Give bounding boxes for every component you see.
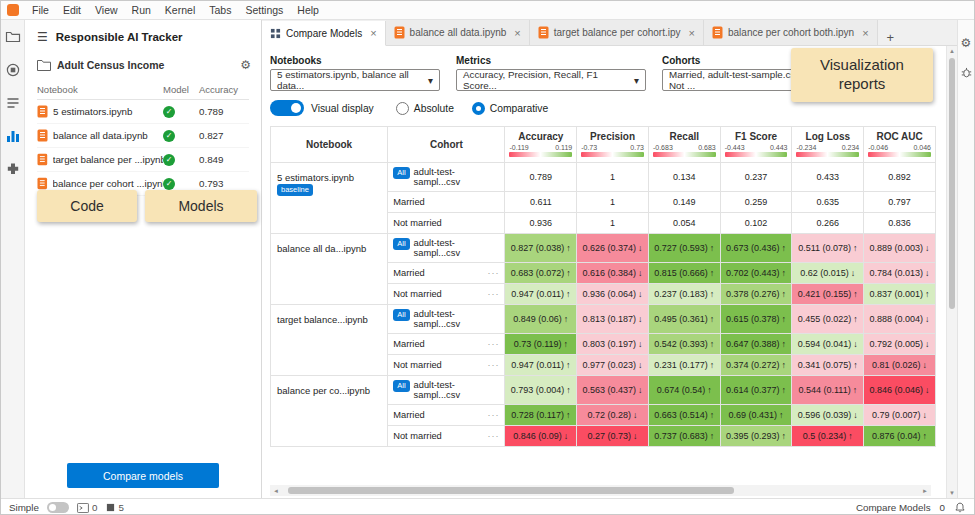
table-row: balance per co...ipynbAlladult-test-samp… [271,376,936,405]
metric-value: 0.936 (0.064) [583,289,637,299]
status-counter[interactable]: 0 [77,502,97,513]
notebook-icon [37,177,48,190]
menu-item-view[interactable]: View [88,4,125,16]
arrow-up-icon: ↑ [710,360,715,370]
compare-models-button[interactable]: Compare models [67,463,219,488]
metric-cell-f1-score: 0.614 (0.377)↑ [720,376,792,405]
legend-max: 0.046 [913,144,931,151]
bell-icon[interactable] [954,501,966,514]
metric-cell-accuracy: 0.849 (0.06)↑ [505,305,577,334]
files-icon[interactable] [4,28,22,46]
metric-cell-recall: 0.231 (0.177)↑ [648,355,720,376]
notebook-row[interactable]: balance all data.ipynb✓0.827 [37,124,249,148]
metric-value: 0.673 (0.436) [726,243,780,253]
visual-display-toggle[interactable] [270,100,304,116]
arrow-down-icon: ↓ [853,339,858,349]
hamburger-icon[interactable]: ☰ [37,30,48,44]
menu-item-file[interactable]: File [25,4,56,16]
cohort-name: adult-test-sampl...csv [414,238,500,258]
notebook-row[interactable]: 5 estimators.ipynb✓0.789 [37,100,249,124]
rai-tracker-icon[interactable] [4,127,22,145]
chevron-down-icon: ▾ [634,75,639,86]
vertical-scrollbar[interactable]: ▲ ▼ [946,46,957,498]
model-success-icon: ✓ [163,154,175,166]
tab-compare-models[interactable]: Compare Models× [262,21,386,46]
arrow-up-icon: ↑ [710,431,715,441]
arrow-down-icon: ↓ [564,431,569,441]
notebook-table-header: NotebookModelAccuracy [37,80,249,100]
cohort-name: Married [393,339,425,349]
metric-cell-recall: 0.663 (0.514)↑ [648,405,720,426]
arrow-down-icon: ↓ [925,314,930,324]
all-cohorts-badge: All [393,380,409,392]
extensions-icon[interactable] [4,160,22,178]
metric-value: 0.72 (0.28) [588,410,632,420]
more-options-icon[interactable]: ··· [487,431,499,441]
scroll-up-icon[interactable]: ▲ [949,46,955,56]
metric-cell-f1-score: 0.702 (0.443)↑ [720,263,792,284]
more-options-icon[interactable]: ··· [487,289,499,299]
column-header-roc-auc: ROC AUC-0.0460.046 [864,127,936,163]
metrics-dropdown[interactable]: Accuracy, Precision, Recall, F1 Score...… [456,69,646,91]
tab-target-balance-per-cohort-ipy[interactable]: target balance per cohort.ipy× [530,20,704,45]
tab-balance-all-data-ipynb[interactable]: balance all data.ipynb× [386,20,530,45]
radio-comparative[interactable]: Comparative [472,102,548,115]
notebook-accuracy: 0.793 [199,178,249,189]
arrow-up-icon: ↑ [566,385,571,395]
tab-label: balance per cohort both.ipyn [728,27,854,38]
more-options-icon[interactable]: ··· [487,360,499,370]
more-options-icon[interactable]: ··· [487,268,499,278]
vertical-scroll-thumb[interactable] [949,58,955,309]
metric-value: 0.27 (0.73) [588,431,632,441]
cohort-cell: Alladult-test-sampl...csv [388,305,505,334]
more-options-icon[interactable]: ··· [487,339,499,349]
baseline-badge: baseline [277,184,313,196]
metric-cell-accuracy: 0.793 (0.004)↑ [505,376,577,405]
project-settings-icon[interactable]: ⚙ [240,58,251,72]
running-sessions-icon[interactable] [4,61,22,79]
notebook-name: 5 estimators.ipynb [53,106,133,117]
project-row[interactable]: Adult Census Income ⚙ [25,50,261,76]
status-counter[interactable]: 5 [106,502,123,513]
table-of-contents-icon[interactable] [4,94,22,112]
notebook-row[interactable]: target balance per ...ipynb✓0.849 [37,148,249,172]
menu-item-settings[interactable]: Settings [238,4,290,16]
horizontal-scroll-thumb[interactable] [288,487,734,494]
horizontal-scrollbar[interactable]: ◄ ► [270,485,931,496]
simple-mode-toggle[interactable] [47,502,69,513]
property-inspector-icon[interactable]: ⚙ [961,36,972,50]
metric-value: 0.542 (0.393) [654,339,708,349]
metric-value: 0.5 (0.234) [803,431,847,441]
metric-cell-log-loss: 0.455 (0.022)↑ [792,305,864,334]
menu-item-run[interactable]: Run [125,4,158,16]
cohort-name: Married [393,268,425,278]
scroll-left-icon[interactable]: ◄ [270,488,282,494]
tab-close-icon[interactable]: × [514,27,520,39]
menu-item-edit[interactable]: Edit [56,4,88,16]
radio-absolute[interactable]: Absolute [396,102,454,115]
tab-close-icon[interactable]: × [370,27,376,39]
tab-close-icon[interactable]: × [862,27,868,39]
metric-cell-accuracy: 0.947 (0.011)↑ [505,284,577,305]
scroll-right-icon[interactable]: ► [919,488,931,494]
metric-value: 0.827 (0.038) [511,243,565,253]
arrow-up-icon: ↑ [782,289,787,299]
menu-item-tabs[interactable]: Tabs [202,4,238,16]
more-options-icon[interactable]: ··· [487,410,499,420]
notebook-cell: balance per co...ipynb [271,376,388,447]
metric-value: 0.789 [530,172,553,182]
metric-cell-roc-auc: 0.889 (0.003)↓ [864,234,936,263]
metric-cell-roc-auc: 0.797 [864,192,936,213]
scroll-down-icon[interactable]: ▼ [949,488,955,498]
arrow-up-icon: ↑ [848,431,853,441]
tab-balance-per-cohort-both-ipyn[interactable]: balance per cohort both.ipyn× [704,20,878,45]
tab-close-icon[interactable]: × [689,27,695,39]
metric-value: 0.728 (0.117) [511,410,564,420]
menu-item-kernel[interactable]: Kernel [158,4,202,16]
debugger-icon[interactable] [960,66,973,79]
metric-value: 0.433 [817,172,840,182]
menu-item-help[interactable]: Help [290,4,326,16]
legend-range: -0.1190.119 [509,144,572,151]
notebooks-dropdown[interactable]: 5 estimators.ipynb, balance all data... … [270,69,440,91]
new-tab-button[interactable]: + [878,30,904,45]
